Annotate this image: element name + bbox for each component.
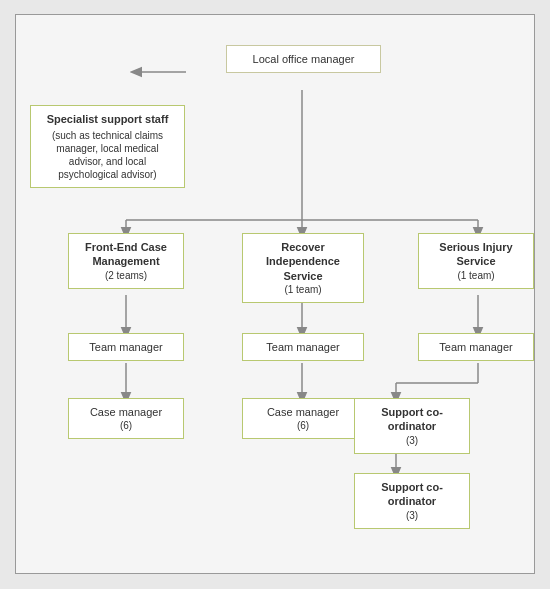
- local-office-manager-label: Local office manager: [253, 53, 355, 65]
- recover-independence-box: Recover Independence Service (1 team): [242, 233, 364, 303]
- team-manager-2-box: Team manager: [242, 333, 364, 361]
- team-manager-1-box: Team manager: [68, 333, 184, 361]
- recover-independence-label: Recover Independence Service: [266, 241, 340, 282]
- specialist-support-sublabel: (such as technical claims manager, local…: [39, 129, 176, 181]
- serious-injury-sublabel: (1 team): [427, 269, 525, 282]
- serious-injury-label: Serious Injury Service: [439, 241, 512, 267]
- support-coordinator-2-label: Support co-ordinator: [381, 481, 443, 507]
- case-manager-2-sublabel: (6): [251, 419, 355, 432]
- org-chart: Local office manager Specialist support …: [15, 14, 535, 574]
- case-manager-1-sublabel: (6): [77, 419, 175, 432]
- support-coordinator-1-sublabel: (3): [363, 434, 461, 447]
- local-office-manager-box: Local office manager: [226, 45, 381, 73]
- team-manager-3-box: Team manager: [418, 333, 534, 361]
- support-coordinator-1-box: Support co-ordinator (3): [354, 398, 470, 454]
- case-manager-2-label: Case manager: [267, 406, 339, 418]
- serious-injury-box: Serious Injury Service (1 team): [418, 233, 534, 289]
- team-manager-1-label: Team manager: [89, 341, 162, 353]
- front-end-label: Front-End Case Management: [85, 241, 167, 267]
- case-manager-1-label: Case manager: [90, 406, 162, 418]
- team-manager-2-label: Team manager: [266, 341, 339, 353]
- team-manager-3-label: Team manager: [439, 341, 512, 353]
- support-coordinator-2-box: Support co-ordinator (3): [354, 473, 470, 529]
- case-manager-2-box: Case manager (6): [242, 398, 364, 439]
- front-end-sublabel: (2 teams): [77, 269, 175, 282]
- specialist-support-box: Specialist support staff (such as techni…: [30, 105, 185, 188]
- support-coordinator-1-label: Support co-ordinator: [381, 406, 443, 432]
- front-end-box: Front-End Case Management (2 teams): [68, 233, 184, 289]
- specialist-support-label: Specialist support staff: [47, 113, 169, 125]
- support-coordinator-2-sublabel: (3): [363, 509, 461, 522]
- recover-independence-sublabel: (1 team): [251, 283, 355, 296]
- case-manager-1-box: Case manager (6): [68, 398, 184, 439]
